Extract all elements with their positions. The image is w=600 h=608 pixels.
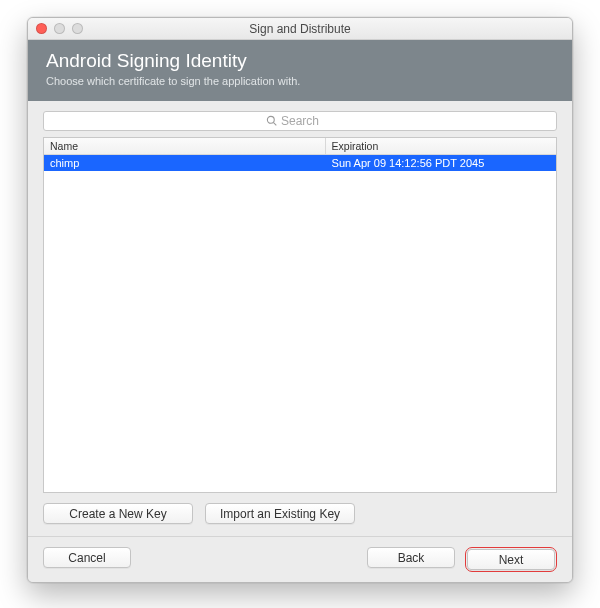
header-banner: Android Signing Identity Choose which ce… xyxy=(28,40,572,101)
footer-spacer xyxy=(131,547,367,572)
column-name[interactable]: Name xyxy=(44,138,326,154)
window-controls xyxy=(28,23,83,34)
create-key-button[interactable]: Create a New Key xyxy=(43,503,193,524)
search-field-wrap xyxy=(43,111,557,131)
search-input[interactable] xyxy=(43,111,557,131)
cell-expiration: Sun Apr 09 14:12:56 PDT 2045 xyxy=(326,155,556,171)
dialog-window: Sign and Distribute Android Signing Iden… xyxy=(27,17,573,583)
window-title: Sign and Distribute xyxy=(28,22,572,36)
close-icon[interactable] xyxy=(36,23,47,34)
page-title: Android Signing Identity xyxy=(46,50,554,72)
cell-name: chimp xyxy=(44,155,326,171)
footer-right-group: Back Next xyxy=(367,547,557,572)
next-button[interactable]: Next xyxy=(467,549,555,570)
column-expiration[interactable]: Expiration xyxy=(326,138,556,154)
maximize-icon xyxy=(72,23,83,34)
certificate-list: Name Expiration chimp Sun Apr 09 14:12:5… xyxy=(43,137,557,493)
titlebar: Sign and Distribute xyxy=(28,18,572,40)
minimize-icon xyxy=(54,23,65,34)
table-body[interactable]: chimp Sun Apr 09 14:12:56 PDT 2045 xyxy=(44,155,556,492)
page-subtitle: Choose which certificate to sign the app… xyxy=(46,75,554,87)
import-key-button[interactable]: Import an Existing Key xyxy=(205,503,355,524)
cancel-button[interactable]: Cancel xyxy=(43,547,131,568)
back-button[interactable]: Back xyxy=(367,547,455,568)
key-actions: Create a New Key Import an Existing Key xyxy=(43,503,557,524)
table-row[interactable]: chimp Sun Apr 09 14:12:56 PDT 2045 xyxy=(44,155,556,171)
next-button-highlight: Next xyxy=(465,547,557,572)
content-area: Name Expiration chimp Sun Apr 09 14:12:5… xyxy=(28,101,572,536)
table-header: Name Expiration xyxy=(44,138,556,155)
footer-bar: Cancel Back Next xyxy=(28,536,572,582)
